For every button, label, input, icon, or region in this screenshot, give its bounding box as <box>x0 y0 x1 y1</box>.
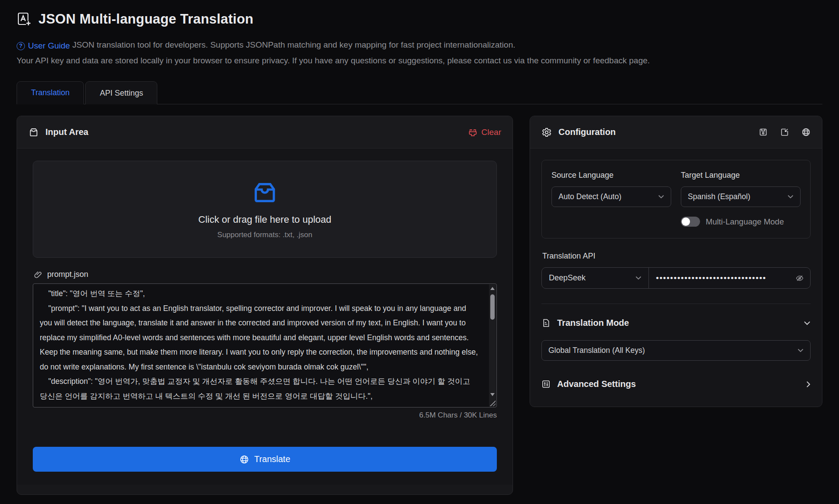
configuration-header: Configuration <box>530 116 822 148</box>
api-provider-value: DeepSeek <box>549 273 586 283</box>
target-language-select[interactable]: Spanish (Español) <box>681 186 801 207</box>
file-name: prompt.json <box>47 270 88 279</box>
configuration-card: Configuration <box>530 116 822 407</box>
source-language-value: Auto Detect (Auto) <box>558 192 621 201</box>
inbox-icon <box>28 127 39 138</box>
globe-icon <box>239 455 249 464</box>
clear-button[interactable]: Clear <box>468 128 501 137</box>
main-content: Input Area Clear <box>17 116 822 495</box>
target-language-group: Target Language Spanish (Español) Multi <box>681 171 801 227</box>
input-area-header: Input Area Clear <box>17 116 513 148</box>
clear-label: Clear <box>482 128 501 137</box>
dropzone-main-text: Click or drag file here to upload <box>198 214 332 225</box>
input-area-title: Input Area <box>45 127 88 137</box>
configuration-actions <box>759 128 811 137</box>
chevron-right-icon <box>806 381 811 388</box>
multi-language-toggle-row: Multi-Language Mode <box>681 217 801 227</box>
page-title: JSON Multi-language Translation <box>38 11 253 27</box>
translate-label: Translate <box>254 454 291 464</box>
target-language-label: Target Language <box>681 171 801 180</box>
translation-mode-title: Translation Mode <box>557 318 629 328</box>
paperclip-icon <box>34 270 42 279</box>
user-guide-link[interactable]: ?User Guide <box>17 38 70 53</box>
scroll-down-arrow-icon[interactable] <box>490 393 495 396</box>
import-config-icon[interactable] <box>780 128 789 137</box>
upload-inbox-icon <box>251 179 278 206</box>
eye-off-icon[interactable] <box>795 274 804 283</box>
toggle-knob <box>682 217 690 226</box>
scroll-up-arrow-icon[interactable] <box>490 287 495 290</box>
chevron-down-icon <box>635 276 641 280</box>
advanced-settings-header[interactable]: Advanced Settings <box>541 379 811 389</box>
page-description: ?User Guide JSON translation tool for de… <box>17 38 822 68</box>
user-guide-label: User Guide <box>28 38 70 53</box>
brush-icon <box>468 128 478 137</box>
chevron-down-icon <box>658 195 664 199</box>
translation-api-group: DeepSeek ••••••••••••••••••••••••••••••• <box>541 267 811 289</box>
input-area-title-row: Input Area <box>28 127 88 138</box>
tab-api-settings-label: API Settings <box>100 89 143 98</box>
tab-bar: Translation API Settings <box>17 81 822 104</box>
json-content-textarea[interactable]: "title": "영어 번역 또는 수정", "prompt": "I wan… <box>33 283 497 407</box>
translation-api-label: Translation API <box>542 252 810 261</box>
textarea-text: "title": "영어 번역 또는 수정", "prompt": "I wan… <box>33 284 496 407</box>
char-line-count: 6.5M Chars / 30K Lines <box>33 411 497 420</box>
language-globe-icon[interactable] <box>801 128 811 137</box>
target-language-value: Spanish (Español) <box>688 192 750 201</box>
api-key-field[interactable]: ••••••••••••••••••••••••••••••• <box>649 268 810 288</box>
configuration-title: Configuration <box>558 127 616 137</box>
source-language-group: Source Language Auto Detect (Auto) <box>551 171 671 227</box>
tab-api-settings[interactable]: API Settings <box>85 81 157 104</box>
advanced-settings-title: Advanced Settings <box>557 379 636 389</box>
document-icon <box>541 318 551 328</box>
question-circle-icon: ? <box>17 42 25 50</box>
multi-language-toggle[interactable] <box>681 217 700 227</box>
translation-mode-header[interactable]: Translation Mode <box>541 318 811 328</box>
tab-translation-label: Translation <box>31 88 69 97</box>
api-key-masked-value: ••••••••••••••••••••••••••••••• <box>656 273 766 283</box>
translation-mode-value: Global Translation (All Keys) <box>548 346 645 355</box>
file-dropzone[interactable]: Click or drag file here to upload Suppor… <box>33 161 497 258</box>
translate-button[interactable]: Translate <box>33 447 497 472</box>
input-area-body: Click or drag file here to upload Suppor… <box>17 148 513 485</box>
tab-translation[interactable]: Translation <box>17 81 84 104</box>
dropzone-hint-text: Supported formats: .txt, .json <box>217 231 312 239</box>
chevron-down-icon <box>797 349 804 352</box>
configuration-title-row: Configuration <box>541 127 616 138</box>
textarea-scrollbar[interactable] <box>489 284 496 407</box>
description-text: JSON translation tool for developers. Su… <box>72 40 515 49</box>
sliders-icon <box>541 380 551 389</box>
source-language-label: Source Language <box>551 171 671 180</box>
save-config-icon[interactable] <box>759 128 768 137</box>
chevron-down-icon <box>804 321 811 325</box>
configuration-body: Source Language Auto Detect (Auto) Targe… <box>530 148 822 407</box>
gear-icon <box>541 127 552 138</box>
uploaded-file-row: prompt.json <box>34 270 496 279</box>
chevron-down-icon <box>787 195 794 199</box>
section-divider <box>541 304 811 304</box>
translation-mode-select[interactable]: Global Translation (All Keys) <box>541 340 811 361</box>
privacy-note: Your API key and data are stored locally… <box>17 53 822 68</box>
translate-app-icon <box>17 12 31 27</box>
multi-language-label: Multi-Language Mode <box>706 217 784 227</box>
input-area-card: Input Area Clear <box>17 116 513 495</box>
language-settings-box: Source Language Auto Detect (Auto) Targe… <box>541 160 811 238</box>
api-provider-select[interactable]: DeepSeek <box>542 268 649 288</box>
source-language-select[interactable]: Auto Detect (Auto) <box>551 186 671 207</box>
scrollbar-thumb[interactable] <box>490 294 495 320</box>
page-header: JSON Multi-language Translation <box>17 11 822 27</box>
